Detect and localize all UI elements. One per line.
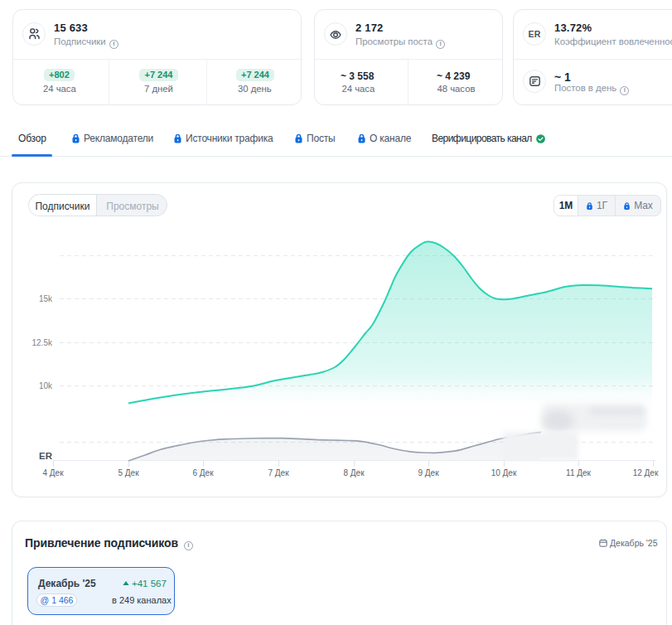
svg-text:8 Дек: 8 Дек bbox=[343, 468, 365, 477]
svg-text:9 Дек: 9 Дек bbox=[418, 468, 439, 477]
svg-text:12.5k: 12.5k bbox=[32, 338, 53, 347]
svg-text:12 Дек: 12 Дек bbox=[633, 468, 659, 477]
svg-text:4 Дек: 4 Дек bbox=[42, 468, 64, 477]
svg-text:15k: 15k bbox=[39, 294, 53, 303]
svg-text:11 Дек: 11 Дек bbox=[566, 468, 591, 477]
svg-text:10 Дек: 10 Дек bbox=[491, 468, 517, 477]
svg-text:7 Дек: 7 Дек bbox=[268, 468, 289, 477]
svg-text:10k: 10k bbox=[39, 381, 53, 390]
svg-text:5 Дек: 5 Дек bbox=[118, 468, 139, 477]
svg-text:ER: ER bbox=[39, 451, 53, 461]
svg-text:6 Дек: 6 Дек bbox=[192, 468, 214, 477]
